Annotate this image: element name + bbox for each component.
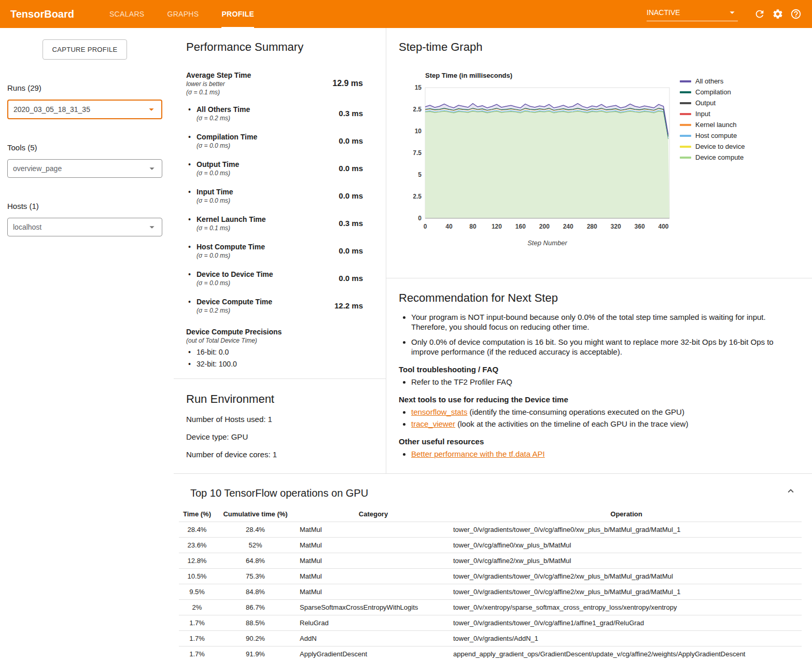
metric-row: •Device to Device Time(σ = 0.0 ms)0.0 ms: [186, 264, 363, 292]
legend-swatch: [680, 91, 691, 93]
metric-sigma: (σ = 0.0 ms): [197, 252, 265, 259]
table-row: 1.7%88.5%ReluGradtower_0/v/gradients/tow…: [179, 615, 802, 631]
table-row: 23.6%52%MatMultower_0/v/cg/affine0/xw_pl…: [179, 538, 802, 553]
table-cell: 84.8%: [215, 584, 296, 600]
settings-gear-icon[interactable]: [772, 8, 783, 20]
svg-text:80: 80: [469, 223, 477, 230]
top10-ops-section: Top 10 TensorFlow operations on GPU Time…: [174, 473, 812, 661]
table-cell: 90.2%: [215, 631, 296, 646]
metric-value: 0.0 ms: [339, 274, 363, 283]
legend-label: Input: [695, 110, 710, 118]
metric-sigma: (σ = 0.0 ms): [197, 170, 239, 177]
recommendation-section: Recommendation for Next Step Your progra…: [386, 278, 812, 473]
table-cell: tower_0/v/gradients/tower_0/v/cg/affine2…: [451, 569, 802, 584]
runs-label: Runs (29): [7, 83, 162, 92]
bullet: •: [186, 133, 197, 149]
other-resources-list: Better performance with the tf.data API: [411, 449, 791, 459]
chevron-down-icon: [726, 7, 738, 18]
metric-name: Compilation Time: [197, 133, 257, 141]
metric-row: •Output Time(σ = 0.0 ms)0.0 ms: [186, 154, 363, 182]
faq-heading: Tool troubleshooting / FAQ: [399, 365, 791, 374]
legend-item: Device compute: [680, 152, 745, 163]
table-row: 9.5%84.8%MatMultower_0/v/gradients/tower…: [179, 584, 802, 600]
collapse-chevron-up-icon[interactable]: [785, 485, 796, 498]
bullet: •: [186, 270, 197, 287]
svg-text:120: 120: [492, 223, 502, 230]
tool-description: (identify the time-consuming operations …: [467, 407, 684, 416]
metric-value: 0.3 ms: [339, 109, 363, 118]
bullet: •: [186, 160, 197, 177]
table-cell: 91.9%: [215, 646, 296, 661]
table-cell: tower_0/v/gradients/AddN_1: [451, 631, 802, 646]
capture-profile-button[interactable]: CAPTURE PROFILE: [43, 39, 128, 60]
precisions-note: (out of Total Device Time): [186, 337, 363, 344]
tfdata-api-link[interactable]: Better performance with the tf.data API: [411, 449, 545, 458]
hosts-select-value: localhost: [13, 223, 41, 231]
metric-row: •Host Compute Time(σ = 0.0 ms)0.0 ms: [186, 237, 363, 264]
step-time-graph-title: Step-time Graph: [399, 40, 800, 54]
legend-swatch: [680, 80, 691, 82]
svg-text:0: 0: [418, 215, 422, 222]
tools-label: Tools (5): [7, 143, 162, 152]
performance-summary-title: Performance Summary: [186, 40, 363, 54]
tensorflow_stats-link[interactable]: tensorflow_stats: [411, 407, 467, 416]
reload-status-value: INACTIVE: [647, 8, 680, 17]
help-icon[interactable]: [790, 8, 802, 20]
metric-sigma: (σ = 0.0 ms): [197, 197, 233, 204]
metric-value: 0.0 ms: [339, 164, 363, 173]
legend-item: All others: [680, 76, 745, 87]
table-cell: tower_0/v/cg/affine0/xw_plus_b/MatMul: [451, 538, 802, 553]
svg-text:5: 5: [418, 171, 422, 178]
top10-title: Top 10 TensorFlow operations on GPU: [190, 487, 802, 499]
reload-status-select[interactable]: INACTIVE: [647, 7, 738, 21]
bullet: •: [186, 215, 197, 232]
hosts-select[interactable]: localhost: [7, 218, 162, 236]
metric-name: Average Step Time: [186, 71, 251, 79]
runs-select[interactable]: 2020_03_05_18_31_35: [7, 100, 162, 119]
svg-text:240: 240: [563, 223, 573, 230]
svg-text:7.5: 7.5: [413, 149, 422, 157]
trace_viewer-link[interactable]: trace_viewer: [411, 419, 455, 428]
precision-item: •16-bit: 0.0: [186, 348, 363, 356]
table-cell: MatMul: [296, 569, 451, 584]
col-header-cumulative: Cumulative time (%): [215, 507, 296, 522]
table-row: 1.7%91.9%ApplyGradientDescentappend_appl…: [179, 646, 802, 661]
chevron-down-icon: [146, 104, 157, 115]
svg-text:15: 15: [415, 84, 422, 91]
tab-scalars[interactable]: SCALARS: [109, 0, 144, 28]
chevron-down-icon: [146, 163, 158, 174]
refresh-icon[interactable]: [754, 8, 765, 20]
average-step-time-row: Average Step Time lower is better (σ = 0…: [186, 67, 363, 100]
top10-table-body: 28.4%28.4%MatMultower_0/v/gradients/towe…: [179, 522, 802, 661]
metric-sigma: (σ = 0.0 ms): [197, 279, 273, 287]
table-cell: tower_0/v/gradients/tower_0/v/cg/affine2…: [451, 584, 802, 600]
performance-summary-section: Performance Summary Average Step Time lo…: [174, 28, 386, 379]
table-cell: 1.7%: [179, 646, 215, 661]
legend-label: Kernel launch: [695, 121, 737, 129]
runs-select-value: 2020_03_05_18_31_35: [13, 105, 90, 114]
metric-sigma: (σ = 0.2 ms): [197, 115, 250, 122]
app-title: TensorBoard: [10, 8, 74, 20]
tools-select[interactable]: overview_page: [7, 159, 162, 178]
tool-item: trace_viewer (look at the activities on …: [411, 419, 791, 429]
metric-row: •Device Compute Time(σ = 0.2 ms)12.2 ms: [186, 292, 363, 319]
svg-text:Step Number: Step Number: [527, 239, 567, 247]
svg-text:320: 320: [611, 223, 621, 230]
table-header-row: Time (%) Cumulative time (%) Category Op…: [179, 507, 802, 522]
tab-graphs[interactable]: GRAPHS: [167, 0, 199, 28]
tab-profile[interactable]: PROFILE: [221, 0, 254, 28]
app-header: TensorBoard SCALARS GRAPHS PROFILE INACT…: [0, 0, 812, 28]
tool-item: tensorflow_stats (identify the time-cons…: [411, 407, 791, 417]
table-cell: 86.7%: [215, 600, 296, 615]
metric-value: 0.3 ms: [339, 219, 363, 228]
next-tools-list: tensorflow_stats (identify the time-cons…: [411, 407, 791, 429]
table-cell: AddN: [296, 631, 451, 646]
table-cell: MatMul: [296, 553, 451, 569]
table-cell: 75.3%: [215, 569, 296, 584]
legend-label: Device compute: [695, 153, 744, 161]
metric-sigma: (σ = 0.1 ms): [186, 89, 251, 96]
metric-row: •Input Time(σ = 0.0 ms)0.0 ms: [186, 182, 363, 209]
table-cell: MatMul: [296, 584, 451, 600]
main-content: Performance Summary Average Step Time lo…: [174, 28, 812, 661]
bullet: •: [186, 105, 197, 122]
